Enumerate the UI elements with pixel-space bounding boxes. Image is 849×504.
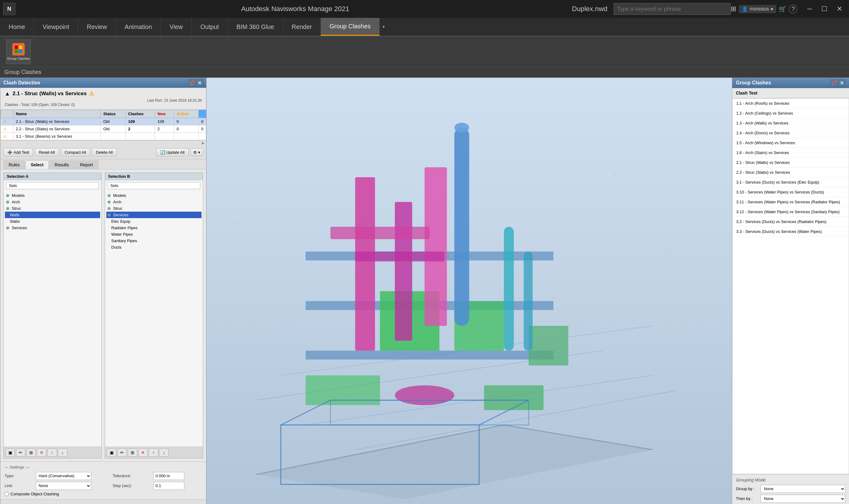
table-row[interactable]: ⚠ 3.1 - Struc (Beams) vs Services	[1, 133, 206, 140]
panel-pin-button[interactable]: 📌	[188, 79, 195, 86]
user-dropdown-icon[interactable]: ▾	[771, 6, 773, 12]
table-row[interactable]: ⚠ 2.2 - Struc (Slabs) vs Services Old 2 …	[1, 125, 206, 133]
sel-b-tree-btn[interactable]: ⊞	[128, 449, 137, 456]
list-item[interactable]: 3.11 - Services (Water Pipes) vs Service…	[732, 197, 849, 207]
export-button[interactable]: ⚙▾	[191, 148, 203, 156]
delete-all-button[interactable]: Delete All	[92, 148, 117, 157]
list-item[interactable]: 1.3 - Arch (Walls) vs Services	[732, 118, 849, 128]
compact-all-button[interactable]: Compact All	[61, 148, 90, 157]
tab-rules[interactable]: Rules	[3, 161, 25, 169]
sel-b-up-btn[interactable]: ↑	[149, 449, 158, 456]
tab-review[interactable]: Review	[78, 18, 116, 36]
add-test-button[interactable]: ➕ Add Test	[3, 148, 33, 157]
tree-item-services-a[interactable]: Services	[5, 224, 100, 231]
tab-view[interactable]: View	[161, 18, 192, 36]
sel-a-tree-btn[interactable]: ⊞	[26, 449, 36, 456]
list-item[interactable]: 3.2 - Services (Ducts) vs Services (Radi…	[732, 217, 849, 227]
sel-b-edit-btn[interactable]: ✏	[118, 449, 127, 456]
tree-item-sanitary-b[interactable]: Sanitary Pipes	[106, 237, 201, 244]
tree-dot-arch-b	[108, 201, 111, 204]
list-item[interactable]: 2.1 - Struc (Walls) vs Services	[732, 158, 849, 167]
panel-close-button[interactable]: ✕	[196, 79, 203, 86]
tab-results[interactable]: Results	[49, 161, 74, 169]
clash-test-list: 1.1 - Arch (Roofs) vs Services 1.2 - Arc…	[732, 98, 849, 474]
tree-item-struc-b[interactable]: Struc	[106, 205, 201, 212]
sel-a-edit-btn[interactable]: ✏	[16, 449, 25, 456]
list-item[interactable]: 1.1 - Arch (Roofs) vs Services	[732, 98, 849, 108]
cart-icon[interactable]: 🛒	[779, 5, 786, 13]
tree-item-models-b[interactable]: Models	[106, 192, 201, 199]
tab-viewpoint[interactable]: Viewpoint	[34, 18, 78, 36]
tree-item-models-a[interactable]: Models	[5, 192, 100, 199]
more-tabs[interactable]: ▾	[380, 18, 388, 36]
update-all-button[interactable]: 🔄 Update All	[156, 148, 189, 157]
list-item[interactable]: 1.5 - Arch (Windows) vs Services	[732, 138, 849, 148]
svg-rect-18	[395, 202, 412, 341]
tree-item-arch-b[interactable]: Arch	[106, 199, 201, 205]
type-select[interactable]: Hard (Conservative)	[36, 472, 91, 480]
help-icon[interactable]: ?	[789, 5, 797, 14]
list-item[interactable]: 3.1 - Services (Ducts) vs Services (Elec…	[732, 177, 849, 187]
group-panel-pin-btn[interactable]: 📌	[831, 79, 837, 86]
selection-b-dropdown[interactable]: Sets	[108, 182, 200, 189]
link-select[interactable]: None	[36, 482, 91, 490]
group-by-select[interactable]: None	[761, 485, 845, 493]
then-by-select[interactable]: None	[761, 495, 845, 503]
selection-b-title: Selection B	[105, 173, 203, 180]
user-icon: 👤	[742, 6, 748, 12]
sel-b-delete-btn[interactable]: ✕	[138, 449, 147, 456]
viewport[interactable]: + + + C(2)-4(-2) : Roof.(3) 819	[207, 78, 732, 504]
tree-item-water-b[interactable]: Water Pipes	[106, 231, 201, 237]
sel-a-up-btn[interactable]: ↑	[48, 449, 57, 456]
sel-b-select-btn[interactable]: ▣	[107, 449, 116, 456]
list-item[interactable]: 3.12 - Services (Water Pipes) vs Service…	[732, 207, 849, 217]
tree-item-slabs-a[interactable]: Slabs	[5, 218, 100, 224]
tree-item-services-b[interactable]: Services	[106, 212, 201, 218]
list-item[interactable]: 1.4 - Arch (Doors) vs Services	[732, 128, 849, 138]
tree-item-radiator-b[interactable]: Radiator Pipes	[106, 224, 201, 231]
app-icon[interactable]: N	[3, 3, 15, 15]
composite-checkbox[interactable]	[5, 492, 8, 496]
tolerance-input[interactable]	[154, 472, 184, 480]
tab-report[interactable]: Report	[75, 161, 98, 169]
modules-icon[interactable]: ⊞	[731, 5, 736, 13]
sel-a-delete-btn[interactable]: ✕	[37, 449, 46, 456]
tree-item-arch-a[interactable]: Arch	[5, 199, 100, 205]
search-box[interactable]	[614, 3, 731, 15]
collapse-icon[interactable]: ▲	[5, 91, 10, 97]
list-item[interactable]: 1.6 - Arch (Stairs) vs Services	[732, 148, 849, 158]
user-menu[interactable]: 👤 moreaus ▾	[739, 5, 776, 13]
reset-all-button[interactable]: Reset All	[35, 148, 58, 157]
tab-render[interactable]: Render	[283, 18, 321, 36]
step-input[interactable]	[154, 482, 184, 490]
search-input[interactable]	[617, 6, 727, 12]
list-item[interactable]: 3.10 - Services (Water Pipes) vs Service…	[732, 187, 849, 197]
tab-group-clashes[interactable]: Group Clashes	[321, 18, 379, 36]
row-warning: ⚠	[1, 133, 13, 140]
tab-output[interactable]: Output	[192, 18, 228, 36]
group-clashes-btn[interactable]: Group Clashes	[6, 39, 31, 64]
tab-select[interactable]: Select	[25, 161, 49, 169]
list-item[interactable]: 1.2 - Arch (Ceilings) vs Services	[732, 108, 849, 118]
close-button[interactable]: ✕	[833, 4, 846, 14]
col-new: New	[155, 110, 174, 118]
tab-home[interactable]: Home	[0, 18, 34, 36]
clash-test-label: Clash Test	[732, 88, 849, 98]
group-panel-close-btn[interactable]: ✕	[838, 79, 845, 86]
tab-bim360[interactable]: BIM 360 Glue	[228, 18, 283, 36]
tree-item-ducts-b[interactable]: Ducts	[106, 244, 201, 250]
minimize-button[interactable]: ─	[803, 4, 816, 14]
tree-item-struc-a[interactable]: Struc	[5, 205, 100, 212]
selection-a-dropdown[interactable]: Sets	[6, 182, 99, 189]
clash-detective-titlebar: Clash Detective 📌 ✕	[0, 78, 206, 88]
maximize-button[interactable]: ☐	[817, 4, 831, 14]
sel-b-down-btn[interactable]: ↓	[159, 449, 169, 456]
sel-a-select-btn[interactable]: ▣	[5, 449, 15, 456]
tab-animation[interactable]: Animation	[116, 18, 161, 36]
table-row[interactable]: ⚠ 2.1 - Struc (Walls) vs Services Old 10…	[1, 118, 206, 125]
tree-item-elec-b[interactable]: Elec Equip	[106, 218, 201, 224]
sel-a-down-btn[interactable]: ↓	[58, 449, 67, 456]
list-item[interactable]: 3.3 - Services (Ducts) vs Services (Wate…	[732, 227, 849, 237]
tree-item-walls-a[interactable]: Walls	[5, 212, 100, 218]
list-item[interactable]: 2.2 - Struc (Slabs) vs Services	[732, 167, 849, 177]
